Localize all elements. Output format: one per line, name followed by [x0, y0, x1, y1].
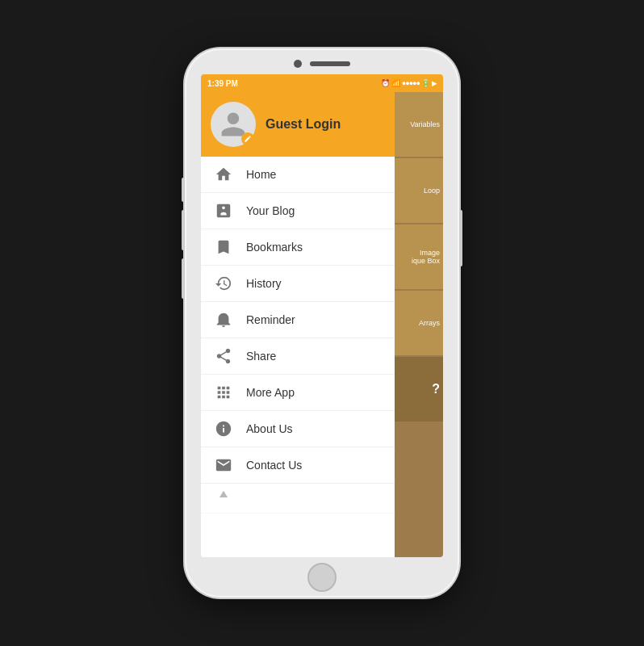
settings-hint-icon [214, 489, 233, 508]
menu-item-home[interactable]: Home [201, 157, 395, 193]
phone-home-button[interactable] [307, 563, 337, 592]
menu-item-bookmarks[interactable]: Bookmarks [201, 229, 395, 266]
phone-button-vol-up[interactable] [182, 210, 185, 250]
bg-card-arrays: Arrays [395, 291, 443, 355]
phone-top-bar [185, 48, 459, 74]
phone-button-vol-down[interactable] [182, 258, 185, 299]
menu-item-bottom-hint [201, 484, 395, 514]
menu-label-contact-us: Contact Us [246, 459, 302, 472]
menu-item-share[interactable]: Share [201, 338, 395, 375]
bg-card-misc: ? [395, 357, 443, 422]
menu-list: Home Your Blog [201, 157, 395, 514]
menu-item-reminder[interactable]: Reminder [201, 302, 395, 338]
navigation-drawer: Guest Login Home [201, 92, 395, 557]
menu-label-home: Home [246, 168, 276, 181]
menu-item-history[interactable]: History [201, 266, 395, 302]
phone-device: Variables Loop Imageique Box Arrays ? 1:… [185, 48, 459, 598]
bookmark-icon [214, 237, 233, 257]
email-icon [214, 455, 233, 475]
phone-button-power[interactable] [182, 178, 185, 202]
wifi-icon: 📶 [391, 79, 400, 87]
menu-item-more-app[interactable]: More App [201, 375, 395, 411]
menu-label-share: Share [246, 350, 276, 363]
status-icons: ⏰ 📶 ●●●●● 🔋 ▶ [381, 79, 437, 87]
blog-icon [214, 201, 233, 220]
background-content: Variables Loop Imageique Box Arrays ? [395, 92, 443, 557]
status-bar: 1:39 PM ⏰ 📶 ●●●●● 🔋 ▶ [201, 74, 443, 92]
avatar-edit-icon[interactable] [241, 132, 254, 145]
phone-screen: Variables Loop Imageique Box Arrays ? 1:… [201, 74, 443, 557]
phone-button-right[interactable] [459, 210, 462, 266]
history-icon [214, 274, 233, 293]
bg-card-loop: Loop [395, 158, 443, 223]
menu-label-history: History [246, 277, 282, 290]
menu-item-contact-us[interactable]: Contact Us [201, 447, 395, 484]
signal-bars: ●●●●● [402, 79, 420, 87]
menu-label-about-us: About Us [246, 422, 293, 435]
phone-speaker [310, 61, 350, 66]
share-icon [214, 346, 233, 366]
grid-icon [214, 383, 233, 402]
info-icon [214, 419, 233, 438]
menu-label-bookmarks: Bookmarks [246, 241, 303, 254]
reminder-icon [214, 310, 233, 329]
menu-label-reminder: Reminder [246, 313, 295, 326]
phone-camera [294, 60, 302, 68]
charging-icon: ▶ [432, 80, 437, 87]
bg-card-variables: Variables [395, 92, 443, 157]
guest-login-label: Guest Login [266, 117, 341, 132]
menu-item-your-blog[interactable]: Your Blog [201, 193, 395, 229]
menu-item-about-us[interactable]: About Us [201, 411, 395, 447]
alarm-icon: ⏰ [381, 79, 390, 87]
phone-bottom-bar [185, 557, 459, 598]
status-time: 1:39 PM [207, 79, 238, 88]
battery-icon: 🔋 [421, 79, 430, 87]
menu-label-more-app: More App [246, 386, 295, 399]
drawer-header: Guest Login [201, 92, 395, 157]
menu-label-your-blog: Your Blog [246, 204, 295, 217]
home-icon [214, 165, 233, 184]
avatar[interactable] [211, 102, 256, 147]
bg-card-image: Imageique Box [395, 224, 443, 289]
